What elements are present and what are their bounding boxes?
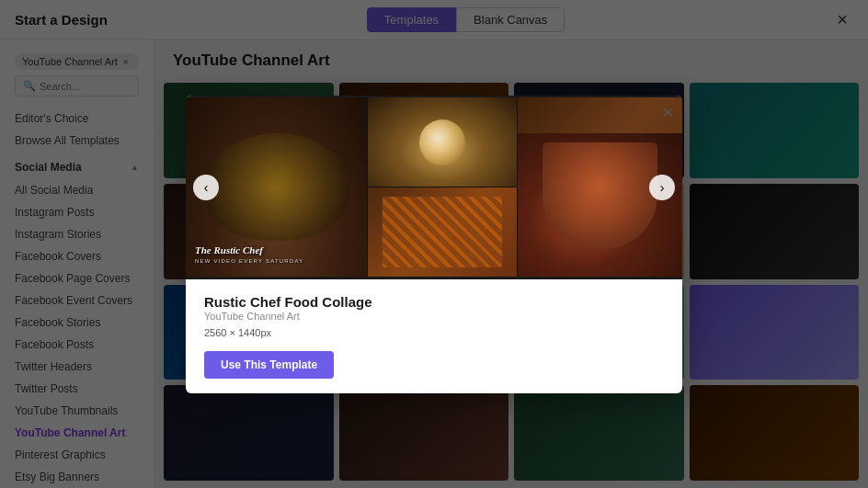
food-top: [368, 97, 516, 187]
modal-prev-button[interactable]: ‹: [193, 175, 219, 200]
modal-next-button[interactable]: ›: [649, 175, 675, 200]
modal-dimensions: 2560 × 1440px: [204, 327, 664, 338]
modal-preview-area: ‹ The Rustic Chef NEW VIDEO EVERY SATURD…: [186, 96, 682, 279]
food-circle: [204, 133, 349, 241]
food-bottom: [368, 187, 516, 277]
chef-collage: The Rustic Chef NEW VIDEO EVERY SATURDAY: [186, 97, 682, 277]
modal-template-title: Rustic Chef Food Collage: [204, 294, 664, 310]
modal-template-subtitle: YouTube Channel Art: [204, 311, 664, 322]
chef-name-text: The Rustic Chef: [195, 244, 303, 256]
modal-info: Rustic Chef Food Collage YouTube Channel…: [186, 279, 682, 393]
egg-visual: [419, 119, 465, 165]
chef-col-2: [368, 97, 516, 277]
chef-text-overlay: The Rustic Chef NEW VIDEO EVERY SATURDAY: [195, 244, 303, 264]
food-bowl: [542, 142, 658, 250]
modal-close-button[interactable]: ×: [662, 103, 673, 121]
modal-overlay[interactable]: × ‹ The Rustic Chef NEW VIDEO EVERY SATU…: [0, 0, 868, 488]
use-template-button[interactable]: Use This Template: [204, 351, 334, 379]
food-sticks: [383, 197, 501, 268]
template-preview-modal: × ‹ The Rustic Chef NEW VIDEO EVERY SATU…: [186, 96, 682, 393]
chef-subtitle-text: NEW VIDEO EVERY SATURDAY: [195, 258, 303, 264]
